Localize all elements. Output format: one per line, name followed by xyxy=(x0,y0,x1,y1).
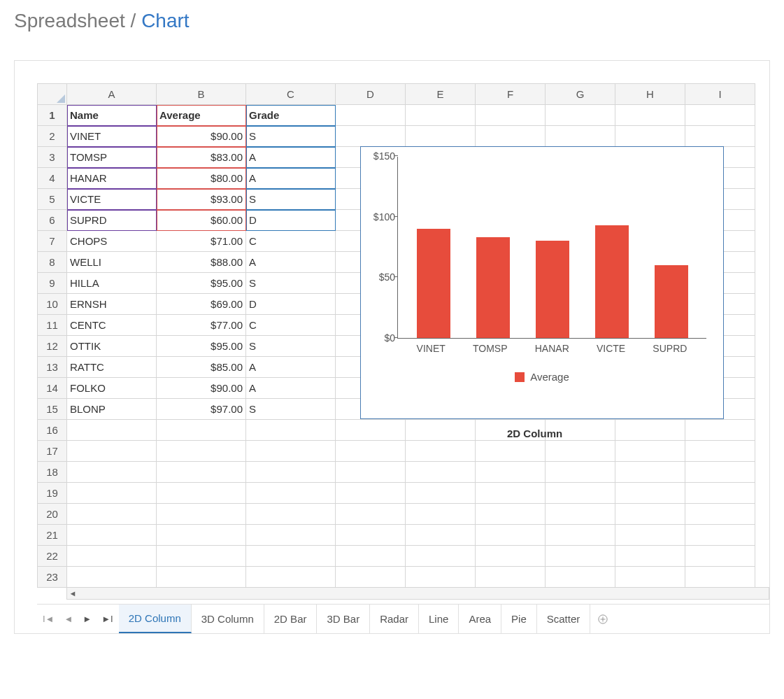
cell-G2[interactable] xyxy=(546,126,615,147)
cell-B19[interactable] xyxy=(157,483,246,504)
cell-G1[interactable] xyxy=(546,105,615,126)
cell-A1[interactable]: Name xyxy=(67,105,157,126)
cell-D22[interactable] xyxy=(336,546,406,567)
cell-A8[interactable]: WELLI xyxy=(67,252,157,273)
cell-C16[interactable] xyxy=(246,420,336,441)
cell-B4[interactable]: $80.00 xyxy=(157,168,246,189)
chart-bar[interactable] xyxy=(595,225,629,338)
cell-C19[interactable] xyxy=(246,483,336,504)
cell-B14[interactable]: $90.00 xyxy=(157,378,246,399)
cell-C2[interactable]: S xyxy=(246,126,336,147)
row-header[interactable]: 14 xyxy=(38,378,67,399)
cell-A3[interactable]: TOMSP xyxy=(67,147,157,168)
cell-C20[interactable] xyxy=(246,504,336,525)
cell-E2[interactable] xyxy=(406,126,476,147)
cell-B16[interactable] xyxy=(157,420,246,441)
row-header[interactable]: 22 xyxy=(38,546,67,567)
cell-C7[interactable]: C xyxy=(246,231,336,252)
cell-E17[interactable] xyxy=(406,441,476,462)
cell-D19[interactable] xyxy=(336,483,406,504)
cell-H21[interactable] xyxy=(615,525,685,546)
cell-A22[interactable] xyxy=(67,546,157,567)
cell-F23[interactable] xyxy=(476,567,546,588)
cell-A12[interactable]: OTTIK xyxy=(67,336,157,357)
cell-I19[interactable] xyxy=(685,483,755,504)
cell-I23[interactable] xyxy=(685,567,755,588)
cell-A19[interactable] xyxy=(67,483,157,504)
cell-B11[interactable]: $77.00 xyxy=(157,315,246,336)
cell-I21[interactable] xyxy=(685,525,755,546)
cell-H18[interactable] xyxy=(615,462,685,483)
cell-F1[interactable] xyxy=(476,105,546,126)
row-header[interactable]: 10 xyxy=(38,294,67,315)
cell-H16[interactable] xyxy=(615,420,685,441)
column-header-C[interactable]: C xyxy=(246,84,336,105)
cell-B6[interactable]: $60.00 xyxy=(157,210,246,231)
cell-B8[interactable]: $88.00 xyxy=(157,252,246,273)
cell-D21[interactable] xyxy=(336,525,406,546)
cell-C12[interactable]: S xyxy=(246,336,336,357)
cell-H2[interactable] xyxy=(615,126,685,147)
cell-H17[interactable] xyxy=(615,441,685,462)
nav-first-icon[interactable]: I◄ xyxy=(43,614,54,624)
cell-E16[interactable] xyxy=(406,420,476,441)
cell-C1[interactable]: Grade xyxy=(246,105,336,126)
cell-E23[interactable] xyxy=(406,567,476,588)
cell-E19[interactable] xyxy=(406,483,476,504)
cell-C18[interactable] xyxy=(246,462,336,483)
cell-A7[interactable]: CHOPS xyxy=(67,231,157,252)
cell-C22[interactable] xyxy=(246,546,336,567)
row-header[interactable]: 1 xyxy=(38,105,67,126)
row-header[interactable]: 11 xyxy=(38,315,67,336)
cell-H23[interactable] xyxy=(615,567,685,588)
cell-A23[interactable] xyxy=(67,567,157,588)
cell-C3[interactable]: A xyxy=(246,147,336,168)
column-header-H[interactable]: H xyxy=(615,84,685,105)
cell-G17[interactable] xyxy=(546,441,615,462)
cell-G21[interactable] xyxy=(546,525,615,546)
cell-C9[interactable]: S xyxy=(246,273,336,294)
cell-D23[interactable] xyxy=(336,567,406,588)
cell-B5[interactable]: $93.00 xyxy=(157,189,246,210)
cell-B10[interactable]: $69.00 xyxy=(157,294,246,315)
cell-A6[interactable]: SUPRD xyxy=(67,210,157,231)
horizontal-scrollbar[interactable]: ◄ xyxy=(66,587,769,600)
row-header[interactable]: 16 xyxy=(38,420,67,441)
cell-I16[interactable] xyxy=(685,420,755,441)
cell-B9[interactable]: $95.00 xyxy=(157,273,246,294)
sheet-tab[interactable]: 3D Column xyxy=(192,605,264,633)
cell-I22[interactable] xyxy=(685,546,755,567)
row-header[interactable]: 4 xyxy=(38,168,67,189)
chart-bar[interactable] xyxy=(536,241,569,338)
cell-C21[interactable] xyxy=(246,525,336,546)
sheet-tab[interactable]: Area xyxy=(459,605,501,633)
cell-C6[interactable]: D xyxy=(246,210,336,231)
nav-prev-icon[interactable]: ◄ xyxy=(64,614,73,624)
row-header[interactable]: 7 xyxy=(38,231,67,252)
cell-B22[interactable] xyxy=(157,546,246,567)
cell-B21[interactable] xyxy=(157,525,246,546)
cell-H20[interactable] xyxy=(615,504,685,525)
cell-B2[interactable]: $90.00 xyxy=(157,126,246,147)
cell-G22[interactable] xyxy=(546,546,615,567)
cell-F22[interactable] xyxy=(476,546,546,567)
chart-2d-column[interactable]: $0$50$100$150 VINETTOMSPHANARVICTESUPRD … xyxy=(360,146,724,419)
chart-bar[interactable] xyxy=(417,229,450,338)
row-header[interactable]: 6 xyxy=(38,210,67,231)
cell-C14[interactable]: A xyxy=(246,378,336,399)
cell-E22[interactable] xyxy=(406,546,476,567)
cell-B3[interactable]: $83.00 xyxy=(157,147,246,168)
cell-A21[interactable] xyxy=(67,525,157,546)
sheet-tab[interactable]: 3D Bar xyxy=(317,605,370,633)
cell-D16[interactable] xyxy=(336,420,406,441)
cell-A10[interactable]: ERNSH xyxy=(67,294,157,315)
column-header-A[interactable]: A xyxy=(67,84,157,105)
cell-A11[interactable]: CENTC xyxy=(67,315,157,336)
cell-D2[interactable] xyxy=(336,126,406,147)
row-header[interactable]: 17 xyxy=(38,441,67,462)
cell-D1[interactable] xyxy=(336,105,406,126)
cell-F21[interactable] xyxy=(476,525,546,546)
cell-C8[interactable]: A xyxy=(246,252,336,273)
row-header[interactable]: 5 xyxy=(38,189,67,210)
column-header-D[interactable]: D xyxy=(336,84,406,105)
